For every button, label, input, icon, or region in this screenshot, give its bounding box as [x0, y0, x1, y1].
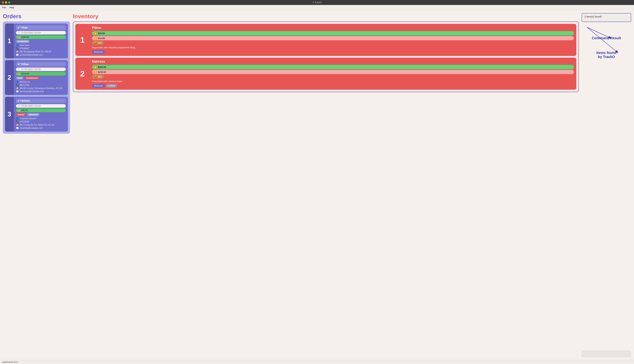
inventory-name: Pillow	[92, 26, 574, 30]
customer-name: Charlotte Oliveiro	[20, 117, 36, 120]
orders-container: 1 2 * Chair 🕐 11 Oct 2022 <11:42> 💰 $299…	[3, 22, 70, 134]
order-price: 💰 $60.00	[16, 108, 66, 112]
inventory-container: 1 Pillow 🔼 $29.99 🔽 $14.99 📦 300 Ergonom…	[73, 22, 579, 92]
home-icon: 🏠	[16, 50, 19, 53]
person-icon: 👤	[16, 117, 19, 120]
items-found-label: Items foundby TrackO	[596, 51, 616, 59]
money-icon: 💰	[18, 36, 20, 38]
order-details: 4 * Pillow 🕐 12 Oct 2022 <12:15> 💰 $119.…	[14, 60, 68, 95]
cost-price-row: 🔽 $200.00	[92, 70, 574, 74]
customer-name: Alex Yeoh	[20, 44, 29, 46]
order-phone: 📞 87438807	[16, 47, 66, 50]
stock-value: 300	[98, 75, 102, 78]
order-email: ✉️ berniceyu@example.com	[16, 90, 66, 93]
address-text: Blk 30 Lorong 3 Serangoon Gardens, #07-1…	[20, 87, 62, 90]
order-title: 3 * Bolster	[16, 98, 66, 103]
inventory-card[interactable]: 2 Mattress 🔼 $500.00 🔽 $200.00 📦 300 Kin…	[75, 58, 576, 90]
up-arrow-icon: 🔼	[94, 32, 97, 35]
menubar: File Help	[0, 5, 634, 10]
order-price: 💰 $299.98	[16, 35, 66, 39]
close-button[interactable]	[2, 2, 4, 4]
status-badge: Paid	[16, 76, 24, 80]
email-text: berniceyu@example.com	[20, 90, 44, 93]
order-statuses: PaidUndelivered	[16, 76, 66, 80]
order-details: 3 * Bolster 🕐 13 Oct 2022 <13:12> 💰 $60.…	[14, 97, 68, 132]
command-section: 2 item(s) found! Command Result Items fo…	[582, 13, 631, 357]
sell-price-value: $29.99	[98, 32, 105, 35]
order-address: 🏠 Blk 11 Ang Mo Kio Street 74, #11-04	[16, 124, 66, 126]
cost-price-row: 🔽 $14.99	[92, 36, 574, 40]
cost-price-bar: 🔽 $14.99	[92, 36, 574, 40]
phone-number: 99272758	[20, 84, 29, 86]
inventory-description: Ergonomic with recycled polystyrene fill…	[92, 46, 574, 49]
phone-number: 93210283	[20, 120, 29, 123]
order-price: 💰 $119.96	[16, 72, 66, 76]
main-content: Orders 1 2 * Chair 🕐 11 Oct 2022 <11:42>…	[0, 10, 634, 360]
minimize-button[interactable]	[5, 2, 7, 4]
order-phone: 📞 99272758	[16, 84, 66, 86]
clock-icon: 🕐	[18, 68, 20, 70]
address-text: Blk 30 Geylang Street 29, #06-40	[20, 50, 51, 53]
email-icon: ✉️	[16, 54, 19, 56]
money-icon: 💰	[18, 72, 20, 75]
home-icon: 🏠	[16, 124, 19, 126]
menu-help[interactable]: Help	[10, 6, 14, 9]
order-email: ✉️ alexyeoh@example.com	[16, 54, 66, 56]
order-card[interactable]: 1 2 * Chair 🕐 11 Oct 2022 <11:42> 💰 $299…	[5, 24, 68, 58]
orders-section: Orders 1 2 * Chair 🕐 11 Oct 2022 <11:42>…	[3, 13, 70, 357]
box-icon: 📦	[94, 42, 97, 44]
clock-icon: 🕐	[18, 105, 20, 107]
order-customer: 👤 Bernice Yu	[16, 80, 66, 83]
cost-price-bar: 🔽 $200.00	[92, 70, 574, 74]
stock-badge: 📦 300	[92, 75, 104, 78]
person-icon: 👤	[16, 44, 19, 46]
sell-price-bar: 🔼 $500.00	[92, 65, 574, 69]
status-badge: Unpaid	[16, 113, 26, 116]
order-date: 🕐 12 Oct 2022 <12:15>	[16, 68, 66, 71]
order-details: 2 * Chair 🕐 11 Oct 2022 <11:42> 💰 $299.9…	[14, 24, 68, 58]
inventory-card[interactable]: 1 Pillow 🔼 $29.99 🔽 $14.99 📦 300 Ergonom…	[75, 24, 576, 56]
cost-price-value: $14.99	[98, 37, 105, 40]
inventory-number: 2	[75, 58, 90, 90]
menu-file[interactable]: File	[2, 6, 6, 9]
command-result-label: Command Result	[592, 36, 621, 40]
maximize-button[interactable]	[8, 2, 10, 4]
statusbar: /data/trackO.json	[0, 360, 634, 364]
status-badge: Undelivered	[24, 76, 39, 80]
phone-icon: 📞	[16, 120, 19, 123]
phone-icon: 📞	[16, 47, 19, 50]
annotation-arrows	[582, 24, 631, 77]
money-icon: 💰	[18, 109, 20, 112]
order-date: 🕐 11 Oct 2022 <11:42>	[16, 31, 66, 34]
stock-badge: 📦 300	[92, 41, 104, 45]
inventory-tag: Limited	[106, 84, 117, 88]
address-text: Blk 11 Ang Mo Kio Street 74, #11-04	[20, 124, 54, 126]
phone-icon: 📞	[16, 84, 19, 86]
sell-price-value: $500.00	[98, 66, 106, 68]
order-title: 2 * Chair	[16, 25, 66, 30]
inventory-tag: Bedroom	[92, 84, 105, 88]
order-number: 3	[5, 97, 14, 132]
order-title: 4 * Pillow	[16, 62, 66, 66]
inventory-description: King-sized with memory foam	[92, 80, 574, 82]
order-number: 1	[5, 24, 14, 58]
inventory-details: Mattress 🔼 $500.00 🔽 $200.00 📦 300 King-…	[90, 58, 576, 90]
email-text: alexyeoh@example.com	[20, 54, 43, 56]
inventory-title: Inventory	[73, 13, 579, 20]
sell-price-row: 🔼 $29.99	[92, 31, 574, 35]
inventory-tag: Bedroom	[92, 50, 105, 54]
status-path: /data/trackO.json	[2, 361, 18, 363]
phone-number: 87438807	[20, 47, 29, 50]
customer-name: Bernice Yu	[20, 81, 30, 83]
order-date: 🕐 13 Oct 2022 <13:12>	[16, 104, 66, 108]
app-title: ✦ TrackO	[312, 1, 322, 4]
order-card[interactable]: 3 3 * Bolster 🕐 13 Oct 2022 <13:12> 💰 $6…	[5, 97, 68, 132]
order-card[interactable]: 2 4 * Pillow 🕐 12 Oct 2022 <12:15> 💰 $11…	[5, 60, 68, 95]
command-input[interactable]	[582, 351, 631, 357]
person-icon: 👤	[16, 80, 19, 83]
titlebar: ✦ TrackO	[0, 0, 634, 5]
email-icon: ✉️	[16, 90, 19, 93]
status-badge: Delivered	[27, 113, 40, 116]
order-number: 2	[5, 60, 14, 95]
cost-price-value: $200.00	[98, 71, 106, 74]
